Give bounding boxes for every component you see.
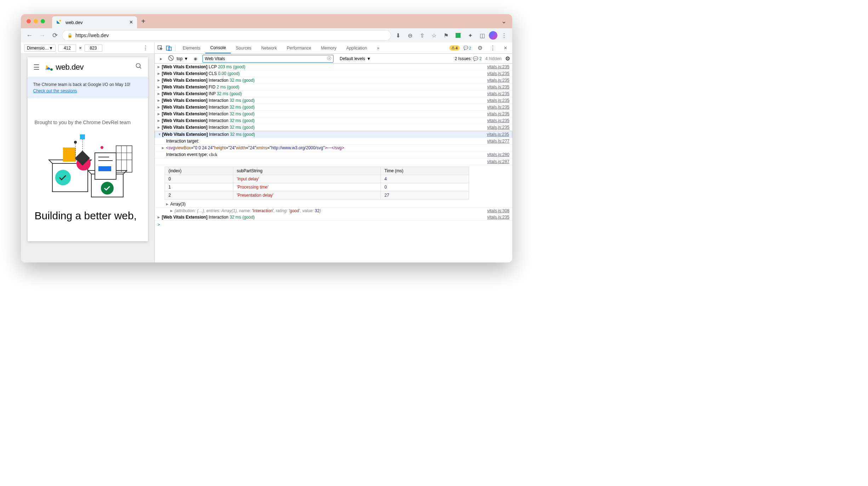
profile-avatar[interactable] <box>489 31 497 40</box>
console-settings-icon[interactable]: ⚙ <box>505 55 510 62</box>
console-log-row[interactable]: ▶ [Web Vitals Extension] Interaction 32 … <box>155 97 512 104</box>
browser-menu-icon[interactable]: ⋮ <box>499 30 509 41</box>
browser-tab[interactable]: web.dev × <box>52 16 137 28</box>
device-menu-icon[interactable]: ⋮ <box>140 43 151 53</box>
device-select[interactable]: Dimensio… ▼ <box>24 45 56 52</box>
sidepanel-icon[interactable]: ◫ <box>477 30 487 41</box>
console-log-row[interactable]: ▶ [Web Vitals Extension] FID 2 ms (good)… <box>155 84 512 91</box>
console-log-row[interactable]: ▶ [Web Vitals Extension] LCP 203 ms (goo… <box>155 64 512 70</box>
zoom-icon[interactable]: ⊖ <box>405 30 415 41</box>
devtools-menu-icon[interactable]: ⋮ <box>487 43 498 53</box>
expand-icon[interactable]: ▶ <box>158 65 162 69</box>
issues-link[interactable]: 2 Issues: 💬 2 <box>455 56 482 61</box>
back-button[interactable]: ← <box>24 30 35 41</box>
expand-icon[interactable]: ▶ <box>158 72 162 75</box>
source-link[interactable]: vitals.js:280 <box>487 152 509 157</box>
bookmark-icon[interactable]: ☆ <box>429 30 439 41</box>
clear-console-icon[interactable] <box>168 55 174 62</box>
source-link[interactable]: vitals.js:235 <box>487 118 509 123</box>
source-link[interactable]: vitals.js:287 <box>487 159 509 164</box>
expand-icon[interactable]: ▶ <box>158 92 162 96</box>
expand-icon[interactable]: ▶ <box>158 85 162 89</box>
expand-icon[interactable]: ▶ <box>158 105 162 109</box>
source-link[interactable]: vitals.js:235 <box>487 125 509 130</box>
clear-filter-icon[interactable]: ⓧ <box>327 56 331 62</box>
inspect-icon[interactable] <box>156 44 165 52</box>
expand-icon[interactable]: ▶ <box>158 119 162 122</box>
source-link[interactable]: vitals.js:277 <box>487 139 509 144</box>
console-prompt[interactable]: > <box>155 221 512 228</box>
tabs-menu-icon[interactable]: ⌄ <box>501 17 507 25</box>
settings-icon[interactable]: ⚙ <box>475 43 485 53</box>
source-link[interactable]: vitals.js:235 <box>487 215 509 220</box>
reload-button[interactable]: ⟳ <box>49 30 61 41</box>
svg-point-0 <box>59 20 61 22</box>
console-log-row[interactable]: ▶ [Web Vitals Extension] Interaction 32 … <box>155 214 512 221</box>
source-link[interactable]: vitals.js:235 <box>487 98 509 103</box>
filter-input[interactable] <box>202 55 333 63</box>
banner-link[interactable]: Check out the sessions <box>33 88 77 93</box>
devtools-panel: Elements Console Sources Network Perform… <box>155 42 512 262</box>
url-field[interactable]: 🔒 https://web.dev <box>62 30 391 41</box>
source-link[interactable]: vitals.js:235 <box>487 111 509 116</box>
tab-elements[interactable]: Elements <box>178 43 205 53</box>
tab-network[interactable]: Network <box>256 43 282 53</box>
maximize-window-button[interactable] <box>41 19 45 23</box>
lock-icon: 🔒 <box>67 33 73 38</box>
tab-sources[interactable]: Sources <box>231 43 256 53</box>
messages-badge[interactable]: 💬 2 <box>462 45 473 51</box>
source-link[interactable]: vitals.js:235 <box>487 85 509 89</box>
minimize-window-button[interactable] <box>34 19 38 23</box>
console-log-row[interactable]: ▶ [Web Vitals Extension] Interaction 32 … <box>155 124 512 131</box>
levels-select[interactable]: Default levels ▼ <box>340 56 371 61</box>
context-select[interactable]: top ▼ <box>177 56 188 61</box>
search-icon[interactable] <box>135 63 142 71</box>
expand-icon[interactable]: ▶ <box>158 112 162 116</box>
tab-application[interactable]: Application <box>341 43 372 53</box>
expand-icon[interactable]: ▶ <box>158 79 162 82</box>
source-link[interactable]: vitals.js:235 <box>487 132 509 137</box>
flag-icon[interactable]: ⚑ <box>441 30 451 41</box>
site-logo[interactable]: web.dev <box>45 63 84 72</box>
console-log-row[interactable]: ▶ [Web Vitals Extension] Interaction 32 … <box>155 104 512 111</box>
console-sidebar-toggle-icon[interactable]: ▸ <box>157 54 165 63</box>
source-link[interactable]: vitals.js:235 <box>487 105 509 110</box>
close-devtools-icon[interactable]: × <box>500 43 511 53</box>
live-expression-icon[interactable]: ◉ <box>191 54 200 63</box>
share-icon[interactable]: ⇧ <box>417 30 427 41</box>
titlebar: web.dev × + ⌄ <box>21 14 512 28</box>
extensions-icon[interactable]: ✦ <box>465 30 475 41</box>
install-icon[interactable]: ⬇ <box>393 30 403 41</box>
tab-memory[interactable]: Memory <box>316 43 341 53</box>
forward-button[interactable]: → <box>36 30 48 41</box>
console-log-row[interactable]: ▶ [Web Vitals Extension] CLS 0.00 (good)… <box>155 70 512 77</box>
svg-rect-5 <box>63 147 76 162</box>
device-width-input[interactable] <box>58 45 76 52</box>
source-link[interactable]: vitals.js:235 <box>487 78 509 83</box>
console-log-row[interactable]: ▶ [Web Vitals Extension] INP 32 ms (good… <box>155 91 512 97</box>
tab-performance[interactable]: Performance <box>282 43 316 53</box>
source-link[interactable]: vitals.js:308 <box>487 208 509 213</box>
expand-icon[interactable]: ▼ <box>158 133 162 136</box>
source-link[interactable]: vitals.js:235 <box>487 64 509 69</box>
tab-console[interactable]: Console <box>205 43 231 53</box>
tab-more-icon[interactable]: » <box>372 43 384 53</box>
expand-icon[interactable]: ▶ <box>158 99 162 102</box>
warnings-badge[interactable]: ⚠ 4 <box>449 45 460 51</box>
new-tab-button[interactable]: + <box>141 17 145 25</box>
expand-icon[interactable]: ▶ <box>158 126 162 129</box>
expand-icon[interactable]: ▶ <box>158 215 162 219</box>
source-link[interactable]: vitals.js:235 <box>487 91 509 96</box>
source-link[interactable]: vitals.js:235 <box>487 71 509 76</box>
console-log-row[interactable]: ▶ [Web Vitals Extension] Interaction 32 … <box>155 117 512 124</box>
extension-square-icon[interactable] <box>453 30 463 41</box>
close-window-button[interactable] <box>27 19 31 23</box>
close-tab-icon[interactable]: × <box>130 19 133 25</box>
device-toggle-icon[interactable] <box>165 44 173 52</box>
svg-point-20 <box>74 141 77 144</box>
device-height-input[interactable] <box>85 45 102 52</box>
hamburger-icon[interactable]: ☰ <box>33 63 40 71</box>
console-log-row[interactable]: ▶ [Web Vitals Extension] Interaction 32 … <box>155 111 512 117</box>
console-log-row[interactable]: ▼ [Web Vitals Extension] Interaction 32 … <box>155 131 512 138</box>
console-log-row[interactable]: ▶ [Web Vitals Extension] Interaction 32 … <box>155 77 512 84</box>
